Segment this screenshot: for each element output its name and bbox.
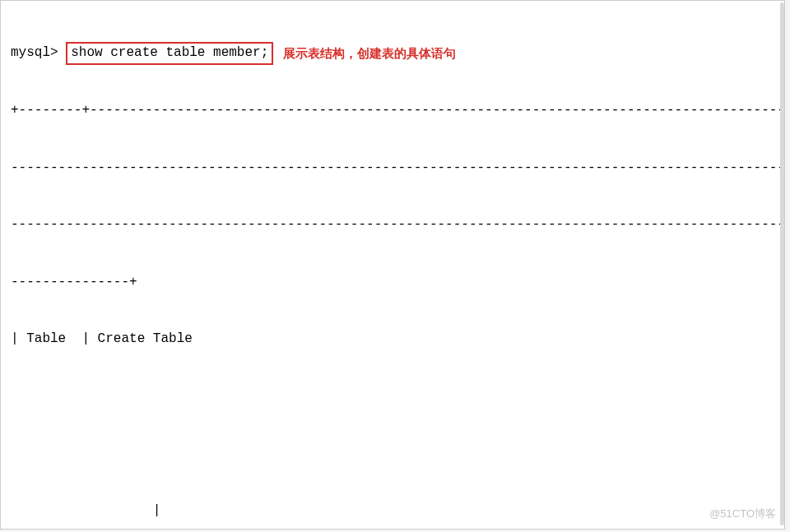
prompt-line: mysql> show create table member;展示表结构，创建…: [11, 44, 778, 62]
mysql-prompt: mysql>: [11, 44, 58, 62]
separator: ----------------------------------------…: [11, 159, 778, 178]
sql-command-boxed: show create table member;: [66, 42, 273, 64]
table-header: | Table | Create Table: [11, 330, 778, 349]
annotation-chinese: 展示表结构，创建表的具体语句: [283, 44, 456, 62]
watermark-text: @51CTO博客: [709, 507, 776, 522]
scrollbar-thumb[interactable]: [780, 2, 784, 525]
separator: ----------------------------------------…: [11, 215, 778, 234]
pipe-line: |: [11, 502, 778, 520]
terminal-output: mysql> show create table member;展示表结构，创建…: [0, 0, 785, 530]
separator: +--------+------------------------------…: [11, 101, 778, 120]
blank-line: [11, 387, 778, 406]
separator: ---------------+: [11, 273, 778, 292]
blank-line: [11, 444, 778, 463]
